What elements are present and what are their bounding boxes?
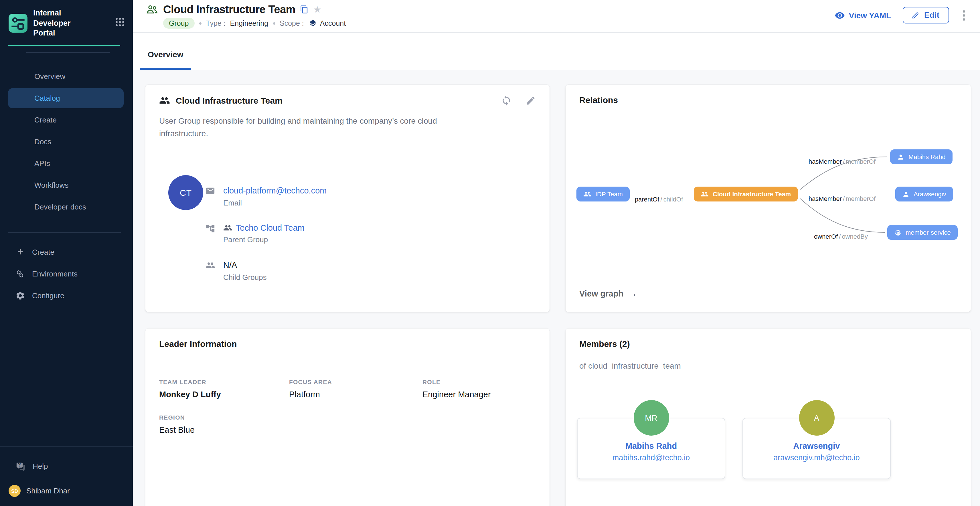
field-value: Engineer Manager: [422, 390, 536, 399]
child-groups-label: Child Groups: [223, 273, 267, 282]
apps-grid-icon[interactable]: [115, 17, 125, 29]
field-value: Monkey D Luffy: [159, 390, 289, 399]
user-name: Shibam Dhar: [26, 487, 70, 495]
graph-node-cloud-infrastructure-team[interactable]: Cloud Infrastructure Team: [694, 186, 798, 202]
entity-title-row: Cloud Infrastructure Team ★: [145, 3, 346, 16]
sidebar-item-label: Configure: [32, 291, 64, 300]
sidebar-item-create[interactable]: Create: [8, 110, 124, 130]
sidebar-item-apis[interactable]: APIs: [8, 153, 124, 173]
layers-icon: [309, 19, 317, 27]
divider: [26, 52, 110, 53]
idp-logo-icon: [9, 14, 27, 33]
team-info-card: Cloud Infrastructure Team: [145, 85, 549, 312]
leader-fields: TEAM LEADER Monkey D Luffy FOCUS AREA Pl…: [159, 378, 536, 434]
graph-node-member-service[interactable]: member-service: [887, 225, 958, 240]
group-outline-icon: [145, 3, 159, 16]
edit-pencil-icon[interactable]: [525, 95, 536, 106]
sidebar-item-configure[interactable]: Configure: [8, 285, 124, 306]
member-name-link[interactable]: Arawsengiv: [743, 441, 890, 450]
graph-node-label: member-service: [905, 229, 951, 236]
edge-label-parentof: parentOf/childOf: [635, 196, 683, 203]
sidebar-item-label: Create: [32, 248, 54, 256]
divider: [8, 232, 121, 233]
field-value: East Blue: [159, 425, 289, 434]
plus-icon: +: [16, 247, 25, 257]
kebab-menu-button[interactable]: [961, 8, 967, 22]
divider: [0, 447, 133, 447]
tree-icon: [205, 224, 215, 244]
sidebar-item-label: Catalog: [34, 94, 60, 102]
copy-icon[interactable]: [300, 5, 309, 14]
member-email-link[interactable]: arawsengiv.mh@techo.io: [743, 453, 890, 462]
graph-node-idp-team[interactable]: IDP Team: [576, 186, 630, 202]
relations-card: Relations IDP Team: [566, 85, 971, 312]
edge-label-ownerof: ownerOf/ownedBy: [814, 233, 868, 240]
members-subtitle: of cloud_infrastructure_team: [579, 361, 957, 370]
user-avatar: SD: [9, 485, 21, 497]
people-icon: [205, 261, 215, 282]
sidebar-item-label: Docs: [34, 137, 51, 146]
parent-group-link[interactable]: Techo Cloud Team: [223, 224, 304, 233]
dot-separator: [273, 22, 275, 24]
user-profile[interactable]: SD Shibam Dhar: [0, 478, 133, 506]
sidebar-item-developer-docs[interactable]: Developer docs: [8, 197, 124, 216]
sidebar-item-catalog[interactable]: Catalog: [8, 88, 124, 108]
leader-info-card: Leader Information TEAM LEADER Monkey D …: [145, 329, 549, 506]
sidebar-item-label: APIs: [34, 159, 50, 167]
email-field: cloud-platform@techco.com Email: [205, 186, 326, 207]
sidebar-item-label: Create: [34, 115, 57, 124]
question-glyph: ?: [18, 461, 21, 467]
field-focus-area: FOCUS AREA Platform: [289, 378, 422, 399]
dot-separator: [199, 22, 202, 24]
team-description: User Group responsible for building and …: [159, 115, 452, 140]
tab-bar: Overview: [133, 33, 980, 70]
sidebar-item-label: Environments: [32, 269, 78, 278]
edit-button[interactable]: Edit: [902, 7, 949, 24]
eye-icon: [835, 10, 845, 20]
view-graph-link[interactable]: View graph →: [579, 289, 637, 298]
sidebar-item-docs[interactable]: Docs: [8, 131, 124, 151]
sidebar-item-workflows[interactable]: Workflows: [8, 175, 124, 195]
edit-button-label: Edit: [924, 10, 939, 19]
member-avatar: MR: [633, 400, 669, 436]
pencil-icon: [911, 11, 920, 19]
sidebar-item-label: Developer docs: [34, 202, 86, 211]
view-yaml-button[interactable]: View YAML: [835, 10, 891, 20]
sidebar-spacer: [0, 307, 133, 447]
tab-overview[interactable]: Overview: [140, 50, 191, 70]
app-root: Internal Developer Portal Overview Catal…: [0, 0, 980, 506]
member-avatar: A: [799, 400, 834, 436]
team-card-title: Cloud Infrastructure Team: [176, 95, 283, 105]
sidebar-item-help[interactable]: ? Help: [8, 456, 124, 476]
question-bubble-icon: ?: [16, 461, 26, 471]
email-link[interactable]: cloud-platform@techco.com: [223, 186, 326, 196]
people-icon: [223, 224, 232, 233]
member-name-link[interactable]: Mabihs Rahd: [578, 441, 725, 450]
parent-group-field: Techo Cloud Team Parent Group: [205, 224, 326, 244]
field-role: ROLE Engineer Manager: [422, 378, 536, 399]
scope-value: Account: [320, 19, 346, 27]
entity-meta-row: Group Type : Engineering Scope : Account: [163, 18, 346, 29]
sidebar-item-overview[interactable]: Overview: [8, 66, 124, 86]
leader-card-title: Leader Information: [159, 339, 536, 348]
type-value: Engineering: [230, 19, 268, 27]
view-yaml-label: View YAML: [849, 11, 891, 20]
refresh-icon[interactable]: [501, 95, 512, 106]
kind-badge: Group: [163, 18, 195, 29]
parent-group-name: Techo Cloud Team: [236, 224, 304, 233]
edge-label-hasmember-mid: hasMember/memberOf: [808, 195, 875, 202]
sidebar-item-create-action[interactable]: + Create: [8, 242, 124, 262]
sidebar-item-environments[interactable]: Environments: [8, 264, 124, 283]
field-label: REGION: [159, 414, 289, 421]
gear-icon: [16, 291, 25, 300]
people-icon: [159, 95, 170, 106]
scope-chunk: Account: [309, 19, 346, 27]
mail-icon: [205, 186, 215, 207]
graph-node-mabihs-rahd[interactable]: Mabihs Rahd: [890, 150, 953, 164]
hexagons-icon: [16, 269, 25, 278]
member-email-link[interactable]: mabihs.rahd@techo.io: [578, 453, 725, 462]
favorite-star-icon[interactable]: ★: [313, 5, 321, 14]
sidebar-item-label: Workflows: [34, 181, 68, 189]
graph-node-arawsengiv[interactable]: Arawsengiv: [895, 186, 953, 202]
field-team-leader: TEAM LEADER Monkey D Luffy: [159, 378, 289, 399]
